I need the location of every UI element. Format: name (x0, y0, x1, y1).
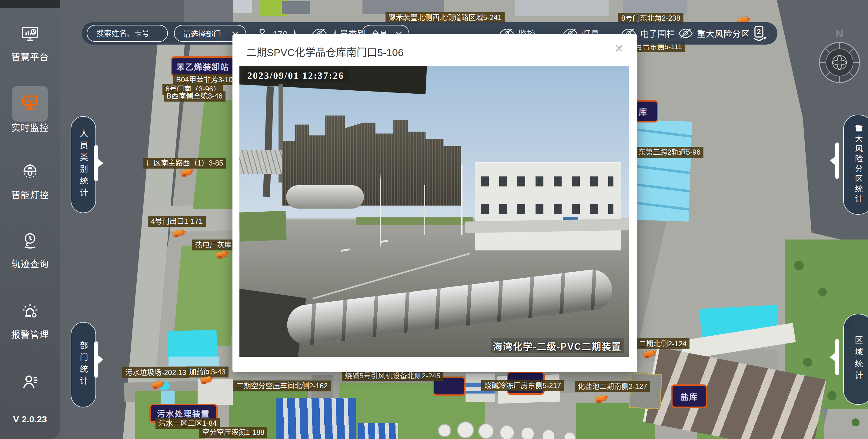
camera-icon[interactable] (180, 169, 192, 177)
photo-grass (356, 217, 473, 225)
map-poi-badge[interactable]: 苯乙烯装卸站 (170, 56, 235, 77)
map-label[interactable]: 化盐池二期南侧2-127 (575, 381, 650, 392)
sidebar-nav: 智慧平台 实时监控 (0, 0, 60, 439)
risk-zone-layer-label: 重大风险分区 (697, 27, 750, 39)
photo-watermark: 海湾化学-二级-PVC二期装置 (491, 338, 624, 353)
dashboard-monitor-icon (21, 24, 39, 43)
sidebar-item-alarm-manage[interactable]: 报警管理 (0, 302, 60, 341)
smart-lamp-icon (21, 162, 39, 181)
risk-zone-layer-toggle[interactable]: 重大风险分区 (678, 22, 750, 45)
photo-pole (263, 86, 274, 197)
compass-north-label: N (817, 28, 862, 40)
screen-switch-icon: 2 (750, 25, 767, 42)
photo-lane-mark (341, 248, 350, 252)
photo-building-windows (481, 176, 613, 186)
camera-feed-image: 2023/09/01 12:37:26 海湾化学-二级-PVC二期装置 (240, 66, 629, 357)
department-select-value: 请选择部门 (183, 28, 221, 39)
tab-person-type-stats[interactable]: 人员类别统计 (71, 116, 96, 213)
tab-area-stats[interactable]: 区域统计 (843, 314, 868, 405)
photo-foreground-pipe (285, 267, 615, 348)
modal-title: 二期SPVC化学品仓库南门口5-106 (246, 44, 404, 59)
efence-layer-label: 电子围栏 (640, 27, 675, 39)
map-label[interactable]: 二期北侧2-124 (636, 338, 689, 349)
tab-area-stats-label: 区域统计 (852, 335, 864, 383)
expand-handle-icon[interactable] (835, 339, 839, 375)
app-version: V 2.0.23 (0, 414, 60, 425)
alarm-manage-icon (21, 302, 39, 320)
sidebar-item-smart-lamp[interactable]: 智能灯控 (0, 162, 60, 201)
contacts-icon (21, 372, 39, 391)
photo-timestamp: 2023/09/01 12:37:26 (243, 69, 349, 83)
sidebar-item-label: 智慧平台 (0, 50, 60, 63)
map-label[interactable]: 厂区南主路西（1）3-85 (143, 158, 226, 169)
map-label[interactable]: B西南侧全貌3-46 (164, 91, 225, 101)
photo-lamp-post (424, 185, 425, 235)
sidebar-item-contacts[interactable] (0, 372, 60, 391)
track-query-icon (21, 231, 39, 250)
tab-major-risk-zone-stats[interactable]: 重大风险分区统计 (843, 115, 868, 215)
sidebar-item-label: 报警管理 (0, 327, 60, 341)
map-label[interactable]: 热电厂灰库 (192, 239, 235, 251)
photo-building-windows (481, 204, 613, 214)
tab-department-stats-label: 部门统计 (78, 341, 89, 388)
photo-horizontal-tank (286, 185, 364, 209)
map-label[interactable]: 污水垃圾场-202.13 (122, 367, 189, 378)
photo-lamp-post (461, 165, 463, 235)
map-label[interactable]: 聚苯装置北侧西北侧道路区域5-241 (385, 12, 505, 23)
close-icon[interactable]: ✕ (613, 42, 626, 55)
photo-grass (240, 211, 287, 241)
map-label[interactable]: 空分空压液氮1-188 (199, 427, 267, 438)
camera-icon[interactable] (216, 251, 227, 259)
screen-switch-button[interactable]: 2 (750, 22, 767, 45)
tab-person-type-stats-label: 人员类别统计 (78, 129, 89, 200)
tab-major-risk-zone-stats-label: 重大风险分区统计 (853, 125, 864, 205)
expand-handle-icon[interactable] (94, 341, 98, 378)
map-label[interactable]: 东第三跨2轨道5-96 (635, 147, 704, 158)
tab-department-stats[interactable]: 部门统计 (71, 322, 96, 407)
search-field-pill[interactable] (87, 25, 168, 42)
search-input[interactable] (96, 29, 158, 38)
map-label[interactable]: 烧碱冷冻厂房东侧5-217 (481, 380, 564, 391)
map-label[interactable]: 二期空分空压车间北侧2-162 (234, 380, 331, 391)
map-label[interactable]: 加药间3-43 (186, 367, 228, 377)
camera-icon[interactable] (152, 381, 163, 389)
camera-icon[interactable] (595, 395, 607, 403)
camera-icon[interactable] (173, 229, 184, 237)
svg-text:2: 2 (757, 28, 761, 36)
sidebar-top-strip (0, 0, 60, 8)
compass-control[interactable]: N (817, 28, 862, 86)
sidebar-item-realtime-monitor[interactable]: 实时监控 (0, 92, 60, 134)
sidebar-item-smart-platform[interactable]: 智慧平台 (0, 24, 60, 63)
app-root: 苯乙烯装卸站污水处理装置盐库库B04甲苯非芳3-106号门南（3-96）B西南侧… (0, 0, 868, 439)
expand-handle-icon[interactable] (835, 143, 839, 179)
realtime-monitor-icon (20, 92, 40, 113)
sidebar-item-label: 轨迹查询 (0, 257, 60, 270)
sidebar-item-label: 智能灯控 (0, 188, 60, 201)
sidebar-item-label: 实时监控 (0, 120, 60, 134)
sidebar-item-track-query[interactable]: 轨迹查询 (0, 231, 60, 270)
map-label[interactable]: 4号门出口1-171 (148, 216, 206, 227)
eye-off-icon (678, 28, 693, 39)
camera-icon[interactable] (643, 350, 655, 358)
compass-dial-icon (817, 40, 862, 85)
camera-feed-modal: 二期SPVC化学品仓库南门口5-106 ✕ 2023/09/0 (232, 34, 638, 372)
map-poi-badge[interactable]: 盐库 (671, 384, 707, 408)
expand-handle-icon[interactable] (94, 145, 98, 181)
